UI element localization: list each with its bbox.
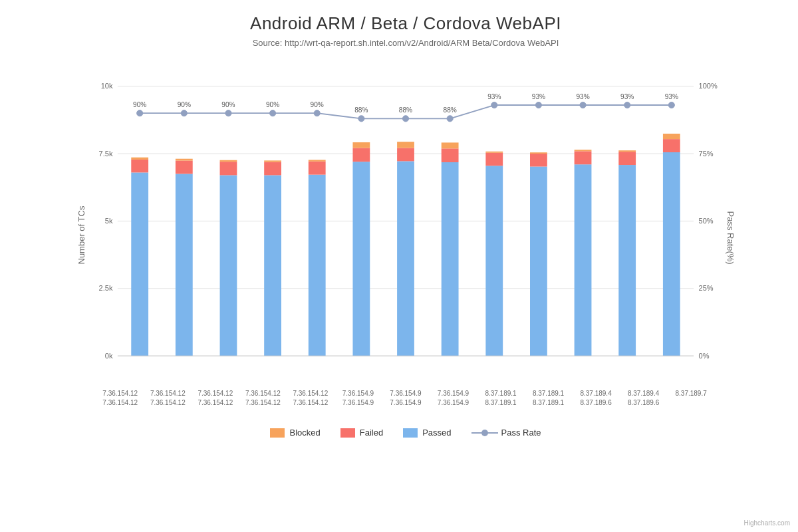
svg-text:7.5k: 7.5k [99,150,113,158]
svg-text:10k: 10k [101,82,113,90]
svg-rect-20 [352,162,370,356]
svg-point-80 [668,102,674,108]
svg-rect-35 [575,164,592,356]
legend-box-passed [403,428,418,438]
svg-rect-34 [530,152,547,154]
svg-text:93%: 93% [487,93,501,100]
legend-label-passrate: Pass Rate [501,428,541,438]
svg-rect-33 [530,154,547,166]
x-label: 8.37.189.48.37.189.6 [620,389,668,408]
svg-text:5k: 5k [105,217,113,225]
svg-point-58 [181,110,187,116]
svg-rect-18 [309,162,326,175]
svg-text:93%: 93% [576,93,589,100]
svg-rect-24 [397,148,414,162]
legend-item-blocked: Blocked [270,428,320,438]
x-label: 8.37.189.18.37.189.1 [477,389,525,408]
svg-rect-26 [442,162,459,356]
chart-title: Android ARM / Beta / Cordova WebAPI [53,13,758,34]
svg-text:88%: 88% [354,106,368,114]
svg-rect-27 [442,148,459,162]
svg-text:90%: 90% [266,101,279,108]
svg-point-56 [137,110,143,116]
legend-item-passrate: Pass Rate [471,428,541,438]
legend-box-blocked [270,428,285,438]
svg-rect-36 [575,151,592,164]
svg-rect-17 [309,175,326,356]
svg-line-48 [317,113,362,118]
chart-container: Android ARM / Beta / Cordova WebAPI Sour… [0,0,798,532]
svg-rect-21 [352,148,370,162]
svg-text:90%: 90% [221,101,235,108]
x-label: 7.36.154.127.36.154.12 [287,389,334,408]
svg-point-76 [580,102,586,108]
svg-rect-32 [530,166,547,356]
x-label: 7.36.154.97.36.154.9 [382,389,430,408]
legend-item-failed: Failed [340,428,383,438]
x-label: 7.36.154.97.36.154.9 [430,389,477,408]
legend-label-passed: Passed [422,428,451,438]
svg-text:93%: 93% [665,93,678,100]
svg-text:100%: 100% [699,82,718,90]
svg-rect-5 [131,172,148,356]
y-axis-left-label: Number of TCs [76,211,86,264]
svg-rect-23 [397,161,414,356]
legend-label-failed: Failed [360,428,383,438]
x-label: 7.36.154.127.36.154.12 [144,389,192,408]
legend-label-blocked: Blocked [289,428,320,438]
legend: Blocked Failed Passed Pass Rate [53,428,758,438]
svg-point-78 [624,102,630,108]
svg-rect-29 [485,166,503,356]
x-label: 7.36.154.97.36.154.9 [334,389,382,408]
svg-text:75%: 75% [699,150,714,158]
svg-rect-12 [220,162,237,175]
y-axis-right-label: Pass Rate(%) [726,211,735,264]
svg-rect-11 [220,175,237,356]
svg-rect-19 [309,160,326,161]
svg-text:50%: 50% [699,217,714,225]
x-label: 8.37.189.48.37.189.6 [572,389,620,408]
svg-text:90%: 90% [133,101,146,108]
svg-rect-13 [220,160,237,162]
chart-svg: 90%90%90%90%90%88%88%88%93%93%93%93%93%0… [93,61,718,387]
svg-text:93%: 93% [620,93,634,100]
svg-rect-38 [618,165,636,356]
svg-point-62 [269,110,275,116]
x-label: 7.36.154.127.36.154.12 [96,389,144,408]
svg-text:88%: 88% [399,106,412,114]
svg-text:0%: 0% [699,352,710,360]
svg-rect-30 [485,153,503,166]
chart-subtitle: Source: http://wrt-qa-report.sh.intel.co… [53,38,758,48]
svg-rect-10 [176,159,193,161]
legend-item-passed: Passed [403,428,451,438]
svg-point-72 [491,102,497,108]
svg-point-68 [402,116,408,122]
x-label: 7.36.154.127.36.154.12 [192,389,239,408]
x-label: 8.37.189.7 [667,389,715,408]
x-label: 7.36.154.127.36.154.12 [239,389,287,408]
svg-rect-15 [264,162,281,176]
highcharts-credit: Highcharts.com [744,519,790,527]
svg-text:88%: 88% [444,106,457,114]
svg-text:90%: 90% [311,101,324,108]
svg-rect-22 [352,142,370,148]
x-label: 8.37.189.18.37.189.1 [525,389,573,408]
svg-rect-37 [575,150,592,151]
svg-rect-6 [131,160,148,172]
svg-point-74 [535,102,541,108]
svg-text:0k: 0k [105,352,113,360]
svg-point-64 [314,110,320,116]
svg-rect-43 [663,134,680,139]
svg-rect-9 [176,161,193,174]
x-axis-labels: 7.36.154.127.36.154.127.36.154.127.36.15… [93,389,718,408]
svg-text:25%: 25% [699,284,714,292]
svg-rect-41 [663,152,680,356]
svg-rect-39 [618,152,636,165]
svg-rect-31 [485,152,503,153]
legend-box-failed [340,428,355,438]
svg-rect-40 [618,150,636,152]
svg-point-94 [481,430,488,436]
svg-text:93%: 93% [532,93,545,100]
svg-rect-7 [131,158,148,160]
svg-point-66 [358,116,364,122]
